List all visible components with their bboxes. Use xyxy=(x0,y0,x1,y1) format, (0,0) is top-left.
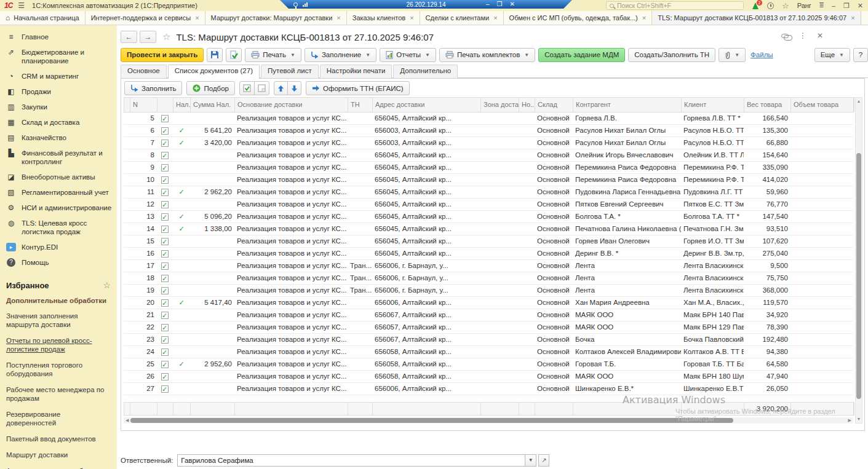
row-checkbox-cell[interactable] xyxy=(157,125,173,136)
favorites-icon[interactable]: ☆ xyxy=(782,1,789,10)
ttn-egais-button[interactable]: Оформить ТТН (ЕГАИС) xyxy=(306,81,410,95)
scroll-right-icon[interactable]: ▶ xyxy=(846,418,853,423)
row-checkbox[interactable] xyxy=(161,287,169,294)
table-row[interactable]: 8Реализация товаров и услуг КС...656045,… xyxy=(124,149,853,162)
table-row[interactable]: 13✓5 096,20Реализация товаров и услуг КС… xyxy=(124,211,853,223)
pick-button[interactable]: Подбор xyxy=(186,81,235,95)
table-row[interactable]: 14✓1 338,00Реализация товаров и услуг КС… xyxy=(124,223,853,235)
row-checkbox-cell[interactable] xyxy=(157,162,173,173)
move-up-button[interactable] xyxy=(274,81,288,95)
row-checkbox[interactable] xyxy=(161,176,169,184)
vertical-scrollbar[interactable]: ▲ ▼ xyxy=(855,97,862,424)
column-header[interactable]: Зона доставки xyxy=(481,98,519,112)
reports-button[interactable]: Отчеты▼ xyxy=(380,48,436,62)
files-link[interactable]: Файлы xyxy=(751,51,773,58)
sidebar-item-purchases[interactable]: ▥Закупки xyxy=(0,100,117,115)
service-menu-icon[interactable]: ≡ xyxy=(819,2,824,9)
row-checkbox-cell[interactable] xyxy=(157,112,173,124)
horizontal-scrollbar[interactable]: ◀ ▶ xyxy=(124,417,853,424)
responsible-dropdown-icon[interactable]: ▼ xyxy=(525,454,536,467)
column-header[interactable]: Нал. xyxy=(173,98,191,112)
row-checkbox-cell[interactable] xyxy=(157,285,173,296)
table-row[interactable]: 18Реализация товаров и услуг КС...Тран..… xyxy=(124,272,853,285)
horizontal-scroll-thumb[interactable] xyxy=(130,418,733,423)
scroll-down-icon[interactable]: ▼ xyxy=(856,416,862,422)
column-header[interactable]: Клиент xyxy=(682,98,744,112)
window-close-button[interactable]: ✕ xyxy=(858,2,863,10)
sidebar-item-crm[interactable]: ◔CRM и маркетинг xyxy=(0,69,117,84)
row-checkbox-cell[interactable] xyxy=(157,272,173,284)
sidebar-item-assets[interactable]: ◪Внеоборотные активы xyxy=(0,170,117,185)
table-row[interactable]: 7✓3 420,00Реализация товаров и услуг КС.… xyxy=(124,137,853,149)
attachments-button[interactable]: ▼ xyxy=(719,48,746,62)
close-tab-icon[interactable]: × xyxy=(851,14,854,22)
row-checkbox[interactable] xyxy=(161,275,169,282)
responsible-input[interactable]: Гаврилова Серафима xyxy=(177,454,525,467)
column-header[interactable]: Адрес доставки xyxy=(373,98,481,112)
row-checkbox[interactable] xyxy=(161,201,169,208)
doc-tab[interactable]: Дополнительно xyxy=(393,65,458,78)
row-checkbox-cell[interactable] xyxy=(157,235,173,247)
back-button[interactable]: ← xyxy=(121,31,137,43)
row-checkbox-cell[interactable] xyxy=(157,186,173,198)
forward-button[interactable]: → xyxy=(140,31,156,43)
table-row[interactable]: 19Реализация товаров и услуг КС...Тран..… xyxy=(124,285,853,297)
sidebar-item-budget[interactable]: ⇗Бюджетирование и планирование xyxy=(0,45,117,69)
favorite-link[interactable]: Пакетный ввод документов xyxy=(6,435,111,443)
row-checkbox[interactable] xyxy=(161,373,169,380)
row-checkbox[interactable] xyxy=(161,361,169,368)
table-row[interactable]: 15Реализация товаров и услуг КС...656045… xyxy=(124,235,853,248)
row-checkbox[interactable] xyxy=(161,349,169,356)
favorite-link[interactable]: Резервирование доверенностей xyxy=(6,410,111,427)
get-link-icon[interactable] xyxy=(781,34,789,38)
rdp-close-button[interactable]: ✕ xyxy=(510,0,515,8)
post-and-close-button[interactable]: Провести и закрыть xyxy=(121,48,204,62)
window-restore-button[interactable]: ❐ xyxy=(843,2,850,10)
favorite-link[interactable]: Акты выполненных работ xyxy=(6,467,111,469)
row-checkbox-cell[interactable] xyxy=(157,334,173,345)
app-tab[interactable]: ⌂Начальная страница xyxy=(0,11,86,25)
main-menu-icon[interactable]: ☰ xyxy=(18,1,25,10)
table-row[interactable]: 9Реализация товаров и услуг КС...656045,… xyxy=(124,162,853,174)
app-tab[interactable]: Обмен с ИС МП (обувь, одежда, табак...)× xyxy=(504,11,653,25)
favorite-link[interactable]: Поступления торгового оборудования xyxy=(6,361,111,378)
post-button[interactable] xyxy=(226,48,242,62)
row-checkbox-cell[interactable] xyxy=(157,383,173,395)
table-row[interactable]: 12Реализация товаров и услуг КС...656045… xyxy=(124,199,853,211)
doc-tab[interactable]: Путевой лист xyxy=(261,65,319,78)
rdp-minimize-button[interactable]: – xyxy=(486,0,490,8)
sidebar-item-kontur[interactable]: ▸Контур.EDI xyxy=(0,240,117,255)
row-checkbox-cell[interactable] xyxy=(157,174,173,186)
close-form-icon[interactable]: ✕ xyxy=(817,31,823,40)
table-row[interactable]: 24Реализация товаров и услуг КС...656058… xyxy=(124,346,853,358)
table-row[interactable]: 26Реализация товаров и услуг КС...656058… xyxy=(124,371,853,383)
favorite-link[interactable]: Значения заполнения маршрута доставки xyxy=(6,312,111,329)
move-down-button[interactable] xyxy=(287,81,301,95)
favorite-link[interactable]: Маршрут доставки xyxy=(6,451,111,459)
row-checkbox-cell[interactable] xyxy=(157,297,173,309)
table-row[interactable]: 25✓2 952,60Реализация товаров и услуг КС… xyxy=(124,358,853,371)
table-row[interactable]: 20✓5 417,40Реализация товаров и услуг КС… xyxy=(124,297,853,309)
close-tab-icon[interactable]: × xyxy=(195,14,199,22)
uncheck-all-button[interactable] xyxy=(254,81,269,95)
sidebar-item-finance[interactable]: ▙Финансовый результат и контроллинг xyxy=(0,146,117,170)
window-minimize-button[interactable]: – xyxy=(832,2,835,9)
more-button[interactable]: Еще▼ xyxy=(814,48,850,62)
table-row[interactable]: 23Реализация товаров и услуг КС...656067… xyxy=(124,334,853,346)
sidebar-item-help[interactable]: ?Помощь xyxy=(0,255,117,270)
app-tab[interactable]: TLS: Маршрут доставки КСЦБ-001813 от 27.… xyxy=(652,11,861,25)
column-header[interactable]: Основание доставки xyxy=(235,98,348,112)
row-checkbox-cell[interactable] xyxy=(157,248,173,259)
table-row[interactable]: 21Реализация товаров и услуг КС...656067… xyxy=(124,309,853,321)
row-checkbox[interactable] xyxy=(161,152,169,159)
scroll-left-icon[interactable]: ◀ xyxy=(124,418,130,423)
row-checkbox-cell[interactable] xyxy=(157,358,173,370)
row-checkbox[interactable] xyxy=(161,299,169,307)
table-fill-button[interactable]: Заполнить xyxy=(124,81,182,95)
app-tab[interactable]: Маршрут доставки: Маршрут доставки× xyxy=(205,11,347,25)
row-checkbox[interactable] xyxy=(161,140,169,147)
row-checkbox[interactable] xyxy=(161,164,169,171)
global-search-input[interactable]: Поиск Ctrl+Shift+F xyxy=(606,1,744,10)
table-row[interactable]: 5Реализация товаров и услуг КС...656045,… xyxy=(124,112,853,125)
column-header[interactable]: Но... xyxy=(519,98,535,112)
